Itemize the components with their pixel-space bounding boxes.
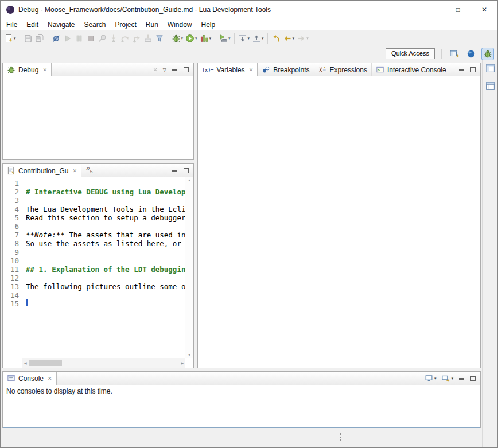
restore-view-stack-icon[interactable] <box>485 64 495 76</box>
previous-annotation-button[interactable]: ▾ <box>251 32 265 45</box>
display-selected-console-button[interactable]: ▾ <box>425 374 437 383</box>
minimized-outline-icon[interactable] <box>485 81 495 94</box>
open-console-button[interactable]: ▾ <box>441 374 453 383</box>
scroll-up-icon[interactable]: ▲ <box>185 178 193 182</box>
vertical-scrollbar[interactable]: ▲ ▼ <box>185 177 193 358</box>
view-menu-icon[interactable]: ▽ <box>163 67 166 72</box>
menu-window[interactable]: Window <box>163 20 197 30</box>
step-return-icon <box>132 34 141 43</box>
line-number: 1 <box>3 179 19 188</box>
editor-stack-controls <box>172 164 193 177</box>
ldt-perspective-button[interactable] <box>465 48 477 60</box>
tab-breakpoints[interactable]: Breakpoints <box>258 63 313 76</box>
menu-project[interactable]: Project <box>110 20 141 30</box>
external-tools-button[interactable]: ▾ <box>217 32 232 45</box>
tab-expressions[interactable]: Expressions <box>314 63 371 76</box>
editor-panel: Contribution_Gu ✕ »5 1234567891011121314… <box>2 163 194 368</box>
use-step-filters-button[interactable] <box>154 32 165 45</box>
external-tools-icon <box>219 34 228 43</box>
tab-contribution-guide[interactable]: Contribution_Gu ✕ <box>3 164 81 177</box>
ldt-perspective-icon <box>466 49 476 59</box>
dropdown-arrow-icon[interactable]: ▾ <box>262 36 264 41</box>
code-line: Read this section to setup a debugger <box>26 213 185 222</box>
window-close-button[interactable]: ✕ <box>471 1 497 18</box>
menu-search[interactable]: Search <box>79 20 110 30</box>
close-tab-icon[interactable]: ✕ <box>72 168 77 174</box>
quick-access[interactable]: Quick Access <box>386 48 435 59</box>
new-wizard-button[interactable]: ▾ <box>3 32 17 45</box>
editor-body: 123456789101112131415 # Interactive DEBU… <box>3 177 193 368</box>
maximize-view-icon[interactable] <box>183 67 189 73</box>
minimize-view-icon[interactable] <box>172 67 178 73</box>
new-wizard-icon <box>4 34 13 43</box>
dropdown-arrow-icon[interactable]: ▾ <box>434 376 437 381</box>
dropdown-arrow-icon[interactable]: ▾ <box>293 36 295 41</box>
scroll-left-icon[interactable]: ◀ <box>22 361 29 365</box>
next-annotation-button[interactable]: ▾ <box>237 32 251 45</box>
debug-button[interactable]: ▾ <box>170 32 185 45</box>
open-perspective-button[interactable] <box>448 48 461 60</box>
coverage-button[interactable]: ▾ <box>199 32 213 45</box>
back-button[interactable]: ▾ <box>282 32 296 45</box>
remove-all-terminated-icon: ✕ <box>153 67 157 73</box>
maximize-view-icon[interactable] <box>470 375 476 381</box>
forward-button: ▾ <box>295 32 310 45</box>
close-tab-icon[interactable]: ✕ <box>249 67 254 73</box>
debug-perspective-icon <box>483 49 492 59</box>
code-line: ## 1. Explanation of the LDT debuggin <box>26 265 185 274</box>
minimize-view-icon[interactable] <box>172 167 178 174</box>
sash-handle[interactable] <box>340 433 341 441</box>
menu-file[interactable]: File <box>2 20 22 30</box>
dropdown-arrow-icon[interactable]: ▾ <box>306 36 309 41</box>
window-controls: ─ □ ✕ <box>418 1 497 18</box>
last-edit-location-button[interactable] <box>270 32 282 45</box>
code-line <box>26 291 185 299</box>
scroll-down-icon[interactable]: ▼ <box>185 353 193 357</box>
skip-all-breakpoints-button[interactable] <box>50 32 62 45</box>
run-button[interactable]: ▾ <box>184 32 199 45</box>
line-number: 6 <box>3 222 19 231</box>
title-bar: Debug - Moose_Framework/docs/Contributio… <box>1 1 497 18</box>
file-icon <box>7 166 15 175</box>
dropdown-arrow-icon[interactable]: ▾ <box>209 36 212 41</box>
tab-debug[interactable]: Debug ✕ <box>3 63 52 76</box>
window-maximize-button[interactable]: □ <box>445 1 471 18</box>
window-minimize-button[interactable]: ─ <box>418 1 445 18</box>
close-tab-icon[interactable]: ✕ <box>48 376 52 381</box>
scroll-right-icon[interactable]: ▶ <box>179 361 185 365</box>
line-number: 10 <box>3 256 19 265</box>
dropdown-arrow-icon[interactable]: ▾ <box>14 36 16 41</box>
debug-view-body <box>3 76 193 159</box>
dropdown-arrow-icon[interactable]: ▾ <box>195 36 197 41</box>
editor-header: Contribution_Gu ✕ »5 <box>3 164 193 178</box>
minimize-view-icon[interactable] <box>458 375 465 381</box>
dropdown-arrow-icon[interactable]: ▾ <box>228 36 231 41</box>
close-tab-icon[interactable]: ✕ <box>42 67 47 73</box>
horizontal-scrollbar[interactable]: ◀ ▶ <box>22 358 185 368</box>
menu-run[interactable]: Run <box>141 20 163 30</box>
maximize-view-icon[interactable] <box>470 67 476 73</box>
dropdown-arrow-icon[interactable]: ▾ <box>248 36 250 41</box>
console-controls: ▾ ▾ <box>419 372 480 385</box>
right-panel-controls <box>458 63 480 76</box>
editor-content[interactable]: # Interactive DEBUG using Lua DevelopThe… <box>26 177 185 358</box>
dropdown-arrow-icon[interactable]: ▾ <box>451 376 453 381</box>
tab-console[interactable]: Console ✕ <box>3 372 57 385</box>
tab-variables[interactable]: (x)=Variables✕ <box>198 63 258 76</box>
scrollbar-thumb[interactable] <box>29 360 62 366</box>
debug-perspective-button[interactable] <box>481 48 494 60</box>
disconnect-button <box>96 32 108 45</box>
tab-interactive-console[interactable]: Interactive Console <box>371 63 450 76</box>
hidden-editors-chevron[interactable]: »5 <box>81 164 92 177</box>
menu-help[interactable]: Help <box>197 20 220 30</box>
toolbar-separator <box>215 33 215 44</box>
suspend-button <box>73 32 85 45</box>
menu-navigate[interactable]: Navigate <box>43 20 79 30</box>
debug-view-controls: ✕ ▽ <box>153 63 193 76</box>
right-panel-tabs: (x)=Variables✕BreakpointsExpressionsInte… <box>198 63 450 76</box>
dropdown-arrow-icon[interactable]: ▾ <box>181 36 184 41</box>
menu-edit[interactable]: Edit <box>22 20 43 30</box>
save-icon <box>24 34 33 43</box>
minimize-view-icon[interactable] <box>458 67 465 73</box>
maximize-view-icon[interactable] <box>183 167 189 174</box>
